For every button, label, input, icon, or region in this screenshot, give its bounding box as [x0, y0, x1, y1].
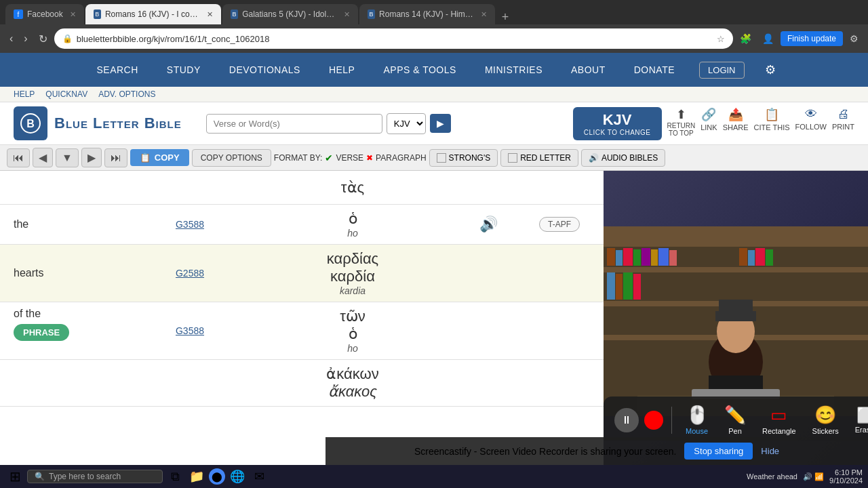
chrome-icon[interactable]: ⬤	[209, 468, 225, 485]
back-button[interactable]: ‹	[5, 30, 17, 47]
pen-tool[interactable]: ✏️ Pen	[719, 402, 751, 438]
greek-cell: ἀκάκων ἄκακος	[244, 360, 461, 406]
mouse-tool[interactable]: 🖱️ Mouse	[680, 402, 713, 438]
hide-button[interactable]: Hide	[761, 446, 779, 456]
return-to-top-button[interactable]: ⬆ RETURNTO TOP	[667, 107, 696, 140]
edge-icon[interactable]: 🌐	[228, 467, 247, 486]
nav-donate[interactable]: DONATE	[630, 62, 679, 78]
cite-button[interactable]: 📋 CITE THIS	[754, 107, 790, 140]
tab-bar: f Facebook ✕ B Romans 16 (KJV) - I comme…	[0, 0, 868, 24]
search-go-button[interactable]: ▶	[430, 114, 451, 133]
strongs-cell: G2588	[136, 245, 244, 302]
table-row: ἀκάκων ἄκακος	[0, 360, 604, 407]
reload-button[interactable]: ↻	[35, 30, 52, 48]
tab-romans14-close[interactable]: ✕	[481, 10, 487, 19]
stickers-label: Stickers	[812, 427, 839, 435]
settings-button[interactable]: ⚙	[846, 30, 863, 47]
word-cell	[0, 360, 136, 406]
copy-options-button[interactable]: COPY OPTIONS	[192, 149, 271, 167]
nav-apps-tools[interactable]: APPS & TOOLS	[379, 62, 460, 78]
rectangle-tool[interactable]: ▭ Rectangle	[757, 402, 802, 438]
paragraph-format-check[interactable]: ✖ PARAGRAPH	[366, 153, 426, 163]
file-explorer-icon[interactable]: 📁	[187, 467, 206, 486]
subnav-quicknav[interactable]: QUICKNAV	[45, 89, 87, 99]
tab-romans16-close[interactable]: ✕	[207, 10, 213, 19]
strongs-button[interactable]: STRONG'S	[429, 149, 498, 167]
pause-button[interactable]: ⏸	[614, 408, 639, 432]
strongs-link[interactable]: G3588	[176, 219, 204, 230]
phrase-button[interactable]: PHRASE	[14, 324, 69, 341]
word-text: hearts	[14, 267, 43, 279]
stop-sharing-button[interactable]: Stop sharing	[684, 443, 753, 460]
kjv-version-button[interactable]: KJV CLICK TO CHANGE	[573, 107, 662, 140]
audio-bibles-button[interactable]: 🔊 AUDIO BIBLES	[581, 149, 665, 167]
table-row: hearts G2588 καρδίας καρδία kardia	[0, 245, 604, 302]
eraser-tool[interactable]: ⬜ Eraser	[850, 404, 868, 436]
redletter-checkbox	[508, 153, 517, 163]
next-button[interactable]: ▶	[81, 148, 102, 167]
copy-icon: 📋	[140, 152, 151, 163]
greek-trans-text: ho	[347, 343, 358, 354]
audio-cell[interactable]: 🔊	[461, 205, 515, 244]
start-button[interactable]: ⊞	[5, 467, 24, 486]
copy-button[interactable]: 📋 COPY	[130, 149, 189, 166]
search-icon: 🔍	[35, 472, 45, 481]
red-letter-button[interactable]: RED LETTER	[500, 149, 578, 167]
nav-search[interactable]: SEARCH	[92, 62, 142, 78]
address-box[interactable]: 🔒 blueletterbbible.org/kjv/rom/16/1/t_co…	[54, 28, 733, 49]
first-page-button[interactable]: ⏮	[7, 148, 30, 167]
blb-favicon-1: B	[94, 9, 101, 19]
copy-label: COPY	[155, 152, 180, 163]
tab-facebook[interactable]: f Facebook ✕	[5, 4, 84, 24]
stickers-tool[interactable]: 😊 Stickers	[807, 402, 844, 438]
nav-help[interactable]: HELP	[325, 62, 359, 78]
tab-facebook-close[interactable]: ✕	[70, 10, 76, 19]
new-tab-button[interactable]: +	[496, 10, 515, 24]
nav-study[interactable]: STUDY	[163, 62, 205, 78]
audio-play-icon[interactable]: 🔊	[479, 216, 498, 233]
subnav-help[interactable]: HELP	[14, 89, 35, 99]
prev-button[interactable]: ◀	[33, 148, 53, 167]
down-button[interactable]: ▼	[56, 148, 79, 167]
tab-romans16[interactable]: B Romans 16 (KJV) - I commend... ✕	[85, 4, 221, 24]
share-button[interactable]: 📤 SHARE	[723, 107, 749, 140]
version-select[interactable]: KJV	[387, 113, 426, 134]
subnav-adv-options[interactable]: ADV. OPTIONS	[98, 89, 155, 99]
type-badge[interactable]: T-APF	[539, 217, 580, 232]
follow-button[interactable]: 👁 FOLLOW	[795, 107, 827, 140]
forward-button[interactable]: ›	[20, 30, 31, 47]
nav-devotionals[interactable]: DEVOTIONALS	[225, 62, 304, 78]
tab-romans14[interactable]: B Romans 14 (KJV) - Him that is... ✕	[359, 4, 495, 24]
last-page-button[interactable]: ⏭	[104, 148, 127, 167]
settings-gear-icon[interactable]: ⚙	[765, 62, 776, 77]
time-display: 6:10 PM	[829, 468, 863, 476]
record-button[interactable]	[644, 411, 663, 430]
pen-label: Pen	[728, 427, 742, 435]
strongs-link[interactable]: G3588	[176, 325, 204, 336]
taskbar-search[interactable]: 🔍 Type here to search	[27, 470, 163, 483]
tab-galatians[interactable]: B Galatians 5 (KJV) - Idolatry, wi... ✕	[222, 4, 358, 24]
bible-toolbar: ⏮ ◀ ▼ ▶ ⏭ 📋 COPY COPY OPTIONS FORMAT BY:…	[0, 145, 868, 171]
screencast-toolbar: ⏸ 🖱️ Mouse ✏️ Pen ▭ Rectangle	[604, 396, 868, 441]
tab-galatians-close[interactable]: ✕	[344, 10, 350, 19]
search-input[interactable]	[206, 114, 382, 134]
nav-ministries[interactable]: MINISTRIES	[481, 62, 547, 78]
nav-about[interactable]: ABOUT	[567, 62, 610, 78]
verse-format-check[interactable]: ✔ VERSE	[325, 152, 363, 163]
svg-rect-13	[658, 248, 669, 266]
print-button[interactable]: 🖨 PRINT	[832, 107, 854, 140]
login-button[interactable]: LOGIN	[699, 62, 744, 79]
link-button[interactable]: 🔗 LINK	[701, 107, 717, 140]
profile-button[interactable]: 👤	[758, 30, 778, 47]
cite-label: CITE THIS	[754, 123, 790, 131]
strongs-link[interactable]: G2588	[176, 268, 204, 279]
task-view-button[interactable]: ⧉	[165, 467, 184, 486]
mail-icon[interactable]: ✉	[250, 467, 269, 486]
finish-update-button[interactable]: Finish update	[781, 31, 843, 46]
type-cell[interactable]: T-APF	[515, 205, 604, 244]
svg-rect-4	[604, 267, 868, 272]
star-icon[interactable]: ☆	[717, 34, 725, 44]
table-row: of the PHRASE G3588 τῶν ὁ ho	[0, 302, 604, 360]
greek-trans-text: kardia	[340, 285, 366, 296]
extensions-button[interactable]: 🧩	[736, 30, 755, 47]
